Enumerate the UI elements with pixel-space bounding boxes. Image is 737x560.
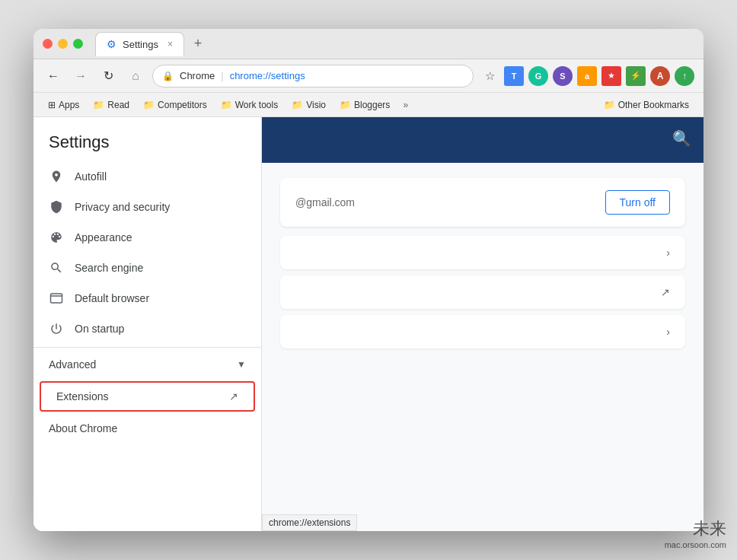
profile-avatar[interactable]: A	[650, 66, 670, 86]
bookmark-visio[interactable]: 📁 Visio	[286, 97, 331, 113]
chevron-right-icon-1: ›	[666, 247, 670, 259]
sidebar-search-label: Search engine	[75, 262, 246, 274]
svg-rect-0	[51, 294, 62, 303]
folder-bloggers-icon: 📁	[340, 100, 351, 110]
folder-visio-icon: 📁	[292, 100, 303, 110]
close-button[interactable]	[43, 39, 53, 49]
bookmark-apps[interactable]: ⊞ Apps	[43, 97, 85, 113]
bookmark-read[interactable]: 📁 Read	[88, 97, 135, 113]
refresh-button[interactable]: ↻	[97, 65, 119, 87]
turn-off-button[interactable]: Turn off	[605, 190, 670, 215]
sidebar-item-on-startup[interactable]: On startup	[34, 313, 261, 344]
browser-content: Settings Autofill Privacy and security	[34, 117, 704, 531]
security-icon: 🔒	[162, 71, 174, 81]
apps-grid-icon: ⊞	[48, 100, 56, 110]
minimize-button[interactable]	[58, 39, 68, 49]
sidebar-item-search[interactable]: Search engine	[34, 253, 261, 283]
bookmark-worktools-label: Work tools	[235, 100, 278, 110]
bookmark-other-label: Other Bookmarks	[618, 100, 689, 110]
sidebar-autofill-label: Autofill	[75, 170, 246, 183]
title-bar: ⚙ Settings × +	[34, 29, 704, 59]
chevron-right-icon-3: ›	[666, 326, 670, 338]
bookmark-worktools[interactable]: 📁 Work tools	[215, 97, 283, 113]
startup-icon	[49, 321, 64, 336]
extra1-icon[interactable]: ★	[601, 66, 621, 86]
sidebar-item-advanced[interactable]: Advanced ▼	[34, 351, 261, 378]
star-icon[interactable]: ☆	[480, 66, 499, 86]
settings-page-title: Settings	[34, 117, 261, 161]
sidebar-item-privacy[interactable]: Privacy and security	[34, 192, 261, 222]
home-button[interactable]: ⌂	[125, 65, 146, 87]
folder-worktools-icon: 📁	[221, 100, 232, 110]
nav-divider	[34, 347, 261, 348]
settings-tab-icon: ⚙	[107, 38, 116, 50]
amazon-icon[interactable]: a	[577, 66, 597, 86]
tab-bar: ⚙ Settings × +	[95, 32, 694, 56]
back-button[interactable]: ←	[43, 65, 64, 87]
bookmark-bloggers-label: Bloggers	[354, 100, 390, 110]
sidebar-item-default-browser[interactable]: Default browser	[34, 283, 261, 313]
bookmark-bloggers[interactable]: 📁 Bloggers	[334, 97, 395, 113]
maximize-button[interactable]	[73, 39, 83, 49]
settings-sidebar: Settings Autofill Privacy and security	[34, 117, 262, 531]
extension-icon[interactable]: ↑	[675, 66, 694, 86]
sidebar-item-autofill[interactable]: Autofill	[34, 161, 261, 192]
tab-close-btn[interactable]: ×	[168, 39, 173, 49]
sidebar-appearance-label: Appearance	[75, 231, 246, 243]
extra2-icon[interactable]: ⚡	[626, 66, 646, 86]
sidebar-extensions-label: Extensions	[56, 390, 219, 402]
translate-icon[interactable]: T	[504, 66, 524, 86]
autofill-icon	[49, 169, 64, 184]
toolbar: ← → ↻ ⌂ 🔒 Chrome | chrome://settings ☆ T…	[34, 59, 704, 93]
watermark-domain: mac.orsoon.com	[665, 540, 726, 549]
settings-tab-label: Settings	[123, 39, 158, 50]
bookmark-competitors-label: Competitors	[158, 100, 207, 110]
default-browser-icon	[49, 291, 64, 306]
sidebar-about-label: About Chrome	[49, 422, 246, 434]
appearance-icon	[49, 230, 64, 245]
external-link-icon-2: ↗	[661, 286, 670, 298]
settings-tab[interactable]: ⚙ Settings ×	[95, 32, 184, 56]
more-bookmarks-button[interactable]: »	[398, 97, 413, 113]
sidebar-item-extensions[interactable]: Extensions ↗	[40, 381, 255, 412]
chevron-down-icon: ▼	[237, 359, 246, 370]
bookmark-apps-label: Apps	[59, 100, 79, 110]
bookmark-other[interactable]: 📁 Other Bookmarks	[598, 97, 694, 113]
traffic-lights	[43, 39, 83, 49]
sidebar-item-about[interactable]: About Chrome	[34, 415, 261, 442]
forward-button[interactable]: →	[70, 65, 91, 87]
settings-row-2[interactable]: ↗	[280, 275, 685, 309]
external-link-icon: ↗	[229, 390, 238, 402]
watermark: 未来 mac.orsoon.com	[665, 517, 726, 549]
bookmarks-bar: ⊞ Apps 📁 Read 📁 Competitors 📁 Work tools…	[34, 93, 704, 117]
settings-row-1[interactable]: ›	[280, 236, 685, 269]
privacy-icon	[49, 199, 64, 215]
address-divider: |	[221, 70, 223, 81]
address-url: chrome://settings	[230, 70, 305, 81]
sidebar-startup-label: On startup	[75, 323, 246, 335]
folder-read-icon: 📁	[93, 100, 104, 110]
sidebar-advanced-label: Advanced	[49, 358, 226, 371]
new-tab-button[interactable]: +	[187, 33, 209, 55]
folder-competitors-icon: 📁	[143, 100, 155, 110]
url-tooltip: chrome://extensions	[262, 514, 357, 531]
settings-content-area: @gmail.com Turn off › ↗ ›	[262, 163, 704, 370]
bookmark-competitors[interactable]: 📁 Competitors	[138, 97, 212, 113]
settings-row-3[interactable]: ›	[280, 315, 685, 348]
settings-header-bar	[262, 117, 704, 163]
address-bar[interactable]: 🔒 Chrome | chrome://settings	[152, 65, 474, 88]
search-engine-icon	[49, 260, 64, 275]
settings-main: 🔍 @gmail.com Turn off › ↗	[262, 117, 704, 531]
bookmark-visio-label: Visio	[306, 100, 326, 110]
toolbar-icons: ☆ T G S a ★ ⚡ A ↑	[480, 66, 694, 86]
folder-other-icon: 📁	[604, 100, 615, 110]
sync-card: @gmail.com Turn off	[280, 178, 685, 227]
sonic-icon[interactable]: S	[553, 66, 573, 86]
sync-email: @gmail.com	[295, 196, 355, 208]
sidebar-item-appearance[interactable]: Appearance	[34, 222, 261, 253]
address-host: Chrome	[180, 70, 215, 81]
grammarly-icon[interactable]: G	[528, 66, 548, 86]
sidebar-privacy-label: Privacy and security	[75, 201, 246, 213]
bookmark-read-label: Read	[107, 100, 129, 110]
settings-search-icon[interactable]: 🔍	[672, 129, 691, 148]
